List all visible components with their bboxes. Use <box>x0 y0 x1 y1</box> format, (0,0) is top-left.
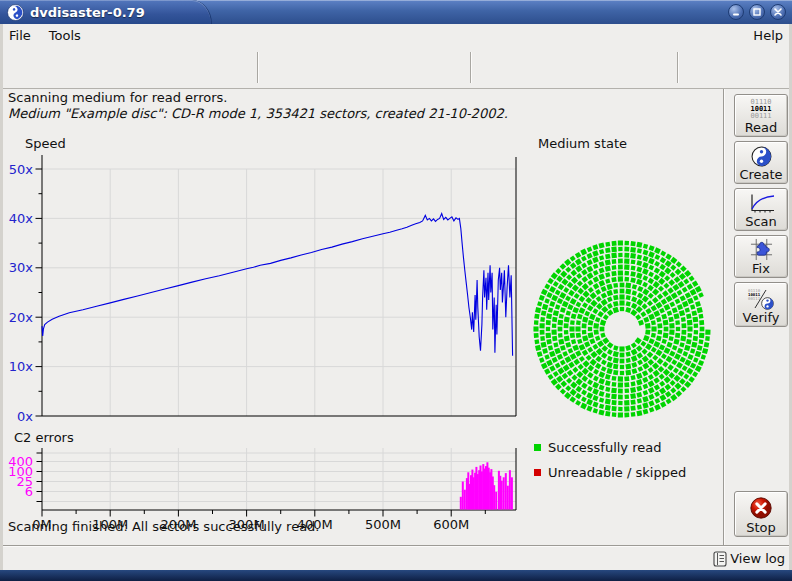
verify-button-label: Verify <box>743 310 780 325</box>
close-icon <box>773 7 783 17</box>
toolbar-separator <box>677 52 678 83</box>
stop-button[interactable]: Stop <box>734 491 788 537</box>
puzzle-icon <box>750 238 773 261</box>
main-content: Scanning medium for read errors. Medium … <box>0 89 792 545</box>
close-button[interactable] <box>770 4 786 20</box>
menu-tools[interactable]: Tools <box>40 26 90 45</box>
svg-text:400: 400 <box>8 454 33 469</box>
window-border-bottom <box>0 570 792 581</box>
toolbar: Optical drive 52X FW 1.02 011 10011 0011… <box>0 46 792 89</box>
menu-file[interactable]: File <box>0 26 40 45</box>
toolbar-separator <box>470 52 471 83</box>
view-log-button[interactable]: View log <box>713 549 785 568</box>
maximize-button[interactable] <box>749 4 765 20</box>
speed-chart-title: Speed <box>25 136 66 151</box>
create-button[interactable]: Create <box>734 141 788 184</box>
scan-button-label: Scan <box>745 214 777 229</box>
view-log-label: View log <box>730 551 785 566</box>
verify-icon: 01110 10011 00111 <box>748 288 774 310</box>
medium-state-disc <box>530 237 714 421</box>
stop-icon <box>749 496 773 520</box>
binary-read-icon: 01110 10011 00111 <box>750 99 771 120</box>
verify-button[interactable]: 01110 10011 00111 Verify <box>734 282 788 327</box>
title-tab: dvdisaster-0.79 <box>0 0 212 24</box>
menubar: File Tools Help <box>0 24 792 46</box>
app-window: dvdisaster-0.79 File Tools Help Optic <box>0 0 792 581</box>
svg-text:0x: 0x <box>17 409 33 424</box>
read-button[interactable]: 01110 10011 00111 Read <box>734 94 788 137</box>
svg-text:40x: 40x <box>9 211 34 226</box>
success-swatch-icon <box>534 444 541 451</box>
svg-text:50x: 50x <box>9 162 34 177</box>
scan-chart-icon <box>748 193 775 214</box>
bottom-status: Scanning finished: All sectors successfu… <box>8 519 320 534</box>
fix-button[interactable]: Fix <box>734 235 788 278</box>
app-yinyang-icon <box>7 4 24 21</box>
window-title: dvdisaster-0.79 <box>30 5 145 20</box>
svg-text:10x: 10x <box>9 359 34 374</box>
fix-button-label: Fix <box>752 261 770 276</box>
create-button-label: Create <box>739 167 782 182</box>
legend-success-label: Successfully read <box>548 440 661 455</box>
footer-bar: View log <box>0 545 792 570</box>
svg-text:600M: 600M <box>433 517 469 532</box>
medium-state-title: Medium state <box>538 136 627 151</box>
error-swatch-icon <box>534 469 541 476</box>
window-border-left <box>0 24 3 570</box>
action-sidebar: 01110 10011 00111 Read Create <box>723 89 792 545</box>
log-icon <box>713 551 727 567</box>
read-button-label: Read <box>745 120 778 135</box>
c2-errors-title: C2 errors <box>14 430 74 445</box>
window-titlebar: dvdisaster-0.79 <box>0 0 792 24</box>
legend-error-label: Unreadable / skipped <box>548 465 686 480</box>
scan-button[interactable]: Scan <box>734 188 788 231</box>
stop-button-label: Stop <box>746 520 776 535</box>
legend-error: Unreadable / skipped <box>534 465 686 480</box>
yinyang-icon <box>751 146 772 167</box>
svg-text:500M: 500M <box>365 517 401 532</box>
maximize-icon <box>752 7 762 17</box>
toolbar-separator <box>257 52 258 83</box>
svg-text:20x: 20x <box>9 310 34 325</box>
minimize-button[interactable] <box>728 4 744 20</box>
minimize-icon <box>731 7 741 17</box>
menu-help[interactable]: Help <box>744 26 792 45</box>
svg-text:30x: 30x <box>9 260 34 275</box>
legend-success: Successfully read <box>534 440 661 455</box>
